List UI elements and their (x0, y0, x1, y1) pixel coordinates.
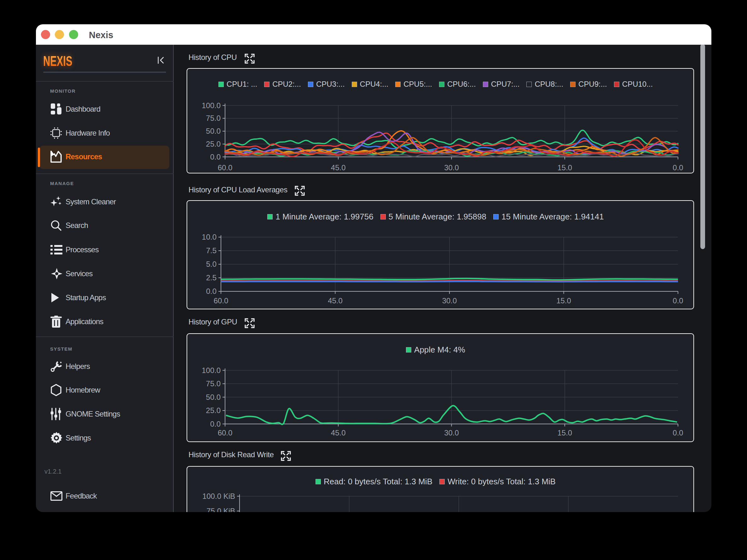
svg-text:60.0: 60.0 (217, 163, 232, 172)
svg-text:30.0: 30.0 (444, 163, 459, 172)
svg-text:30.0: 30.0 (442, 297, 457, 305)
svg-text:0.0: 0.0 (673, 163, 683, 172)
svg-text:25.0: 25.0 (206, 139, 221, 148)
svg-text:0.0: 0.0 (210, 152, 220, 161)
svg-text:25.0: 25.0 (206, 406, 221, 415)
svg-text:15.0: 15.0 (557, 429, 572, 437)
svg-text:2.5: 2.5 (206, 273, 216, 282)
svg-text:60.0: 60.0 (213, 297, 228, 305)
svg-text:30.0: 30.0 (444, 429, 459, 437)
svg-text:75.0: 75.0 (206, 114, 221, 122)
svg-text:10.0: 10.0 (202, 233, 216, 241)
svg-text:100.0 KiB: 100.0 KiB (202, 491, 235, 500)
svg-text:45.0: 45.0 (331, 163, 345, 172)
svg-text:0.0: 0.0 (673, 297, 683, 305)
svg-text:100.0: 100.0 (201, 101, 220, 109)
svg-text:45.0: 45.0 (328, 297, 343, 305)
svg-text:75.0: 75.0 (206, 379, 221, 388)
svg-text:0.0: 0.0 (206, 287, 216, 296)
svg-text:5.0: 5.0 (206, 260, 216, 268)
svg-text:50.0: 50.0 (206, 392, 221, 401)
svg-text:75.0 KiB: 75.0 KiB (206, 506, 235, 512)
svg-text:7.5: 7.5 (206, 246, 216, 255)
svg-text:15.0: 15.0 (556, 297, 571, 305)
svg-text:50.0: 50.0 (206, 127, 221, 135)
svg-text:0.0: 0.0 (210, 419, 220, 428)
svg-text:60.0: 60.0 (217, 429, 232, 437)
svg-text:15.0: 15.0 (557, 163, 572, 172)
svg-text:45.0: 45.0 (331, 429, 345, 437)
svg-text:100.0: 100.0 (201, 366, 220, 374)
svg-text:0.0: 0.0 (673, 429, 683, 437)
